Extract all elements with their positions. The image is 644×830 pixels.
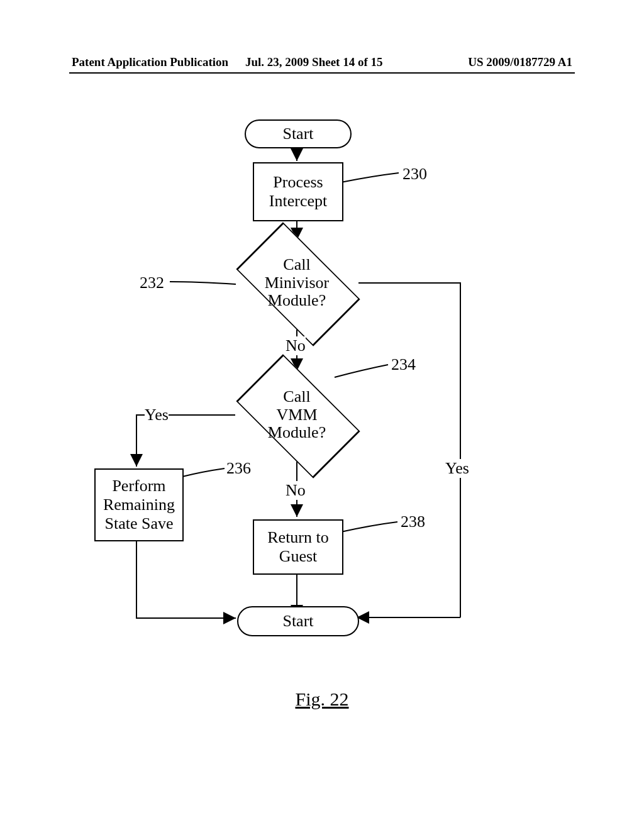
header-date-sheet: Jul. 23, 2009 Sheet 14 of 15: [245, 55, 383, 69]
decision-label: Call Minivisor Module?: [265, 256, 330, 310]
ref-238: 238: [401, 512, 425, 531]
process-intercept: Process Intercept: [253, 162, 343, 221]
header-publication: Patent Application Publication: [72, 55, 228, 69]
decision-call-vmm: Call VMM Module?: [235, 371, 358, 459]
header-doc-number: US 2009/0187729 A1: [468, 55, 572, 69]
decision-call-minivisor: Call Minivisor Module?: [235, 239, 358, 327]
decision-label: Call VMM Module?: [268, 388, 326, 442]
flowchart: Start Process Intercept Call Minivisor M…: [102, 119, 542, 667]
terminal-label: Start: [282, 612, 313, 629]
process-perform-save: Perform Remaining State Save: [94, 468, 184, 541]
page-header: Patent Application Publication Jul. 23, …: [0, 55, 644, 74]
header-rule: [69, 72, 575, 74]
edge-label-no: No: [286, 481, 306, 500]
terminal-label: Start: [282, 125, 313, 142]
process-label: Return to Guest: [267, 528, 329, 566]
ref-230: 230: [402, 165, 427, 184]
patent-page: Patent Application Publication Jul. 23, …: [0, 0, 644, 830]
terminal-start-top: Start: [245, 119, 352, 148]
edge-label-yes: Yes: [445, 459, 469, 478]
edge-label-yes: Yes: [145, 406, 169, 424]
ref-234: 234: [391, 355, 416, 374]
edge-label-no: No: [286, 336, 306, 355]
terminal-start-bottom: Start: [237, 606, 359, 636]
process-label: Process Intercept: [269, 173, 327, 211]
ref-236: 236: [226, 459, 251, 478]
ref-232: 232: [140, 274, 164, 292]
figure-caption: Fig. 22: [0, 689, 644, 710]
process-label: Perform Remaining State Save: [103, 477, 175, 533]
process-return-guest: Return to Guest: [253, 519, 343, 575]
